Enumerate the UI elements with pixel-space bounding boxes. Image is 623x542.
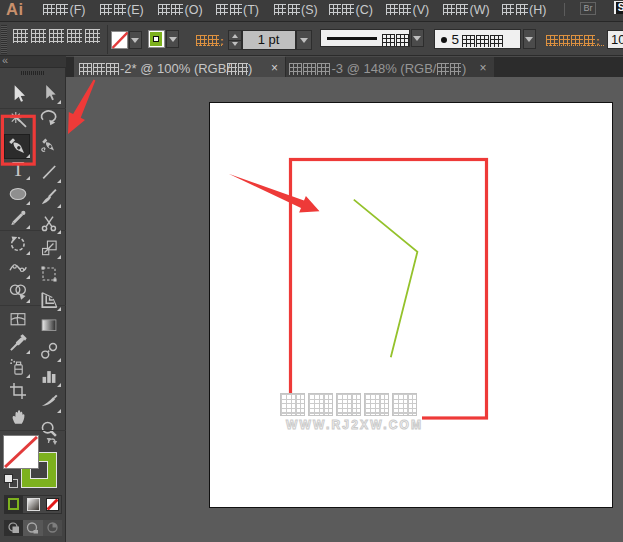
svg-text:T: T [11,159,23,179]
